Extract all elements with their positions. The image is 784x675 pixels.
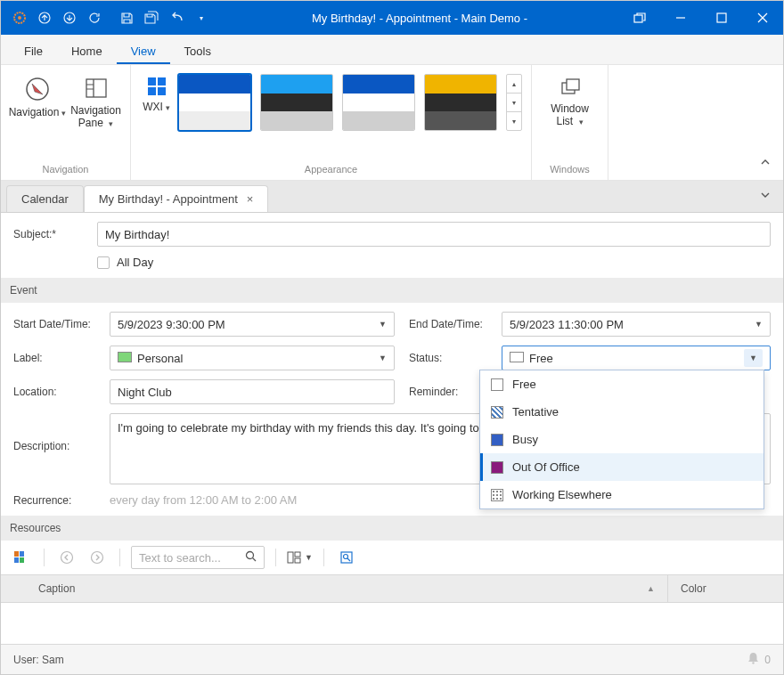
label-input[interactable]: Personal▼ [110, 346, 395, 370]
menu-file[interactable]: File [10, 38, 57, 64]
bell-icon[interactable] [747, 652, 759, 667]
resources-toolbar: Text to search... ▼ [1, 541, 783, 574]
subject-value: My Birthday! [105, 228, 169, 241]
tab-appointment[interactable]: My Birthday! - Appointment × [84, 185, 269, 212]
svg-rect-21 [20, 551, 24, 557]
navigation-pane-button[interactable]: Navigation Pane [70, 70, 121, 130]
svg-rect-17 [158, 87, 166, 95]
maximize-icon[interactable] [701, 1, 742, 35]
status-bar: User: Sam 0 [1, 644, 783, 674]
svg-rect-10 [86, 79, 106, 97]
status-user: User: Sam [13, 654, 64, 666]
status-label: Status: [409, 352, 487, 364]
end-input[interactable]: 5/9/2023 11:30:00 PM▼ [502, 312, 771, 337]
tab-calendar[interactable]: Calendar [6, 185, 84, 212]
main-menu: File Home View Tools [1, 35, 783, 65]
collapse-ribbon-icon[interactable] [756, 153, 774, 171]
status-input[interactable]: Free ▼ [502, 346, 771, 370]
resources-prev-icon[interactable] [55, 546, 78, 569]
svg-rect-20 [14, 551, 19, 557]
svg-rect-29 [295, 552, 300, 557]
theme-swatch-4[interactable] [424, 74, 497, 131]
svg-point-26 [247, 552, 254, 559]
settings-gear-icon[interactable] [12, 10, 28, 26]
document-tabs: Calendar My Birthday! - Appointment × [1, 181, 783, 213]
start-label: Start Date/Time: [13, 318, 95, 330]
tab-close-icon[interactable]: × [247, 192, 254, 206]
resources-search-input[interactable]: Text to search... [131, 546, 265, 569]
wxi-label: WXI [143, 101, 163, 113]
navigation-pane-label: Navigation Pane [70, 104, 121, 129]
qat-dropdown-icon[interactable]: ▾ [193, 10, 209, 26]
status-option-out-of-office[interactable]: Out Of Office [480, 453, 764, 481]
ribbon: Navigation Navigation Pane Navigation WX… [1, 65, 783, 181]
svg-point-34 [753, 662, 755, 663]
save-icon[interactable] [118, 10, 135, 26]
status-option-free[interactable]: Free [480, 370, 764, 398]
recurrence-label: Recurrence: [13, 494, 95, 507]
status-option-busy[interactable]: Busy [480, 426, 764, 453]
allday-checkbox[interactable] [97, 256, 110, 269]
svg-rect-30 [295, 558, 300, 563]
sort-icon: ▲ [647, 584, 655, 593]
svg-line-27 [253, 558, 257, 562]
undo-icon[interactable] [168, 10, 184, 26]
tabs-expand-icon[interactable] [760, 190, 771, 203]
svg-rect-19 [567, 79, 579, 90]
grid-col-caption[interactable]: Caption▲ [26, 575, 667, 602]
search-icon [245, 550, 257, 565]
navigation-label: Navigation [9, 106, 60, 118]
svg-point-24 [61, 552, 73, 564]
location-label: Location: [13, 386, 95, 398]
theme-swatch-2[interactable] [260, 74, 333, 131]
event-section-header: Event [1, 278, 783, 303]
resources-grid-body[interactable] [1, 603, 783, 644]
resources-section-header: Resources [1, 516, 783, 541]
window-list-button[interactable]: Window List [543, 70, 598, 128]
resources-next-icon[interactable] [86, 546, 109, 569]
status-option-working-elsewhere[interactable]: Working Elsewhere [480, 481, 764, 508]
down-icon[interactable] [61, 10, 78, 26]
svg-point-32 [343, 555, 347, 559]
tab-calendar-label: Calendar [21, 192, 69, 206]
restore-mdi-icon[interactable] [619, 1, 660, 35]
resources-preview-icon[interactable] [335, 546, 358, 569]
status-option-tentative[interactable]: Tentative [480, 398, 764, 426]
theme-swatch-3[interactable] [342, 74, 415, 131]
location-input[interactable]: Night Club [110, 379, 395, 404]
description-label: Description: [13, 413, 95, 452]
subject-label: Subject:* [13, 228, 83, 240]
menu-view[interactable]: View [117, 38, 170, 64]
resources-palette-icon[interactable] [10, 546, 33, 569]
gallery-spinner[interactable]: ▴▾▾ [506, 74, 522, 131]
search-placeholder: Text to search... [139, 551, 221, 565]
group-appearance-label: Appearance [140, 160, 522, 178]
save-all-icon[interactable] [143, 10, 159, 26]
up-icon[interactable] [37, 10, 53, 26]
wxi-button[interactable]: WXI [140, 70, 173, 114]
refresh-icon[interactable] [86, 10, 102, 26]
end-label: End Date/Time: [409, 318, 487, 330]
menu-tools[interactable]: Tools [170, 38, 225, 64]
group-windows-label: Windows [541, 160, 599, 178]
navigation-button[interactable]: Navigation [10, 70, 65, 119]
svg-rect-23 [20, 557, 24, 563]
svg-rect-22 [14, 557, 19, 563]
minimize-icon[interactable] [660, 1, 701, 35]
start-input[interactable]: 5/9/2023 9:30:00 PM▼ [110, 312, 395, 337]
svg-rect-31 [341, 552, 352, 563]
close-icon[interactable] [742, 1, 783, 35]
theme-swatch-1[interactable] [178, 74, 251, 131]
reminder-label: Reminder: [409, 386, 487, 398]
svg-rect-14 [148, 77, 156, 85]
group-navigation-label: Navigation [10, 160, 121, 178]
resources-layout-icon[interactable]: ▼ [287, 546, 313, 569]
svg-rect-15 [158, 77, 166, 85]
resources-grid-header: Caption▲ Color [1, 574, 783, 603]
subject-input[interactable]: My Birthday! [97, 222, 771, 247]
menu-home[interactable]: Home [57, 38, 117, 64]
grid-col-color[interactable]: Color [667, 575, 783, 602]
svg-rect-4 [634, 15, 642, 22]
label-label: Label: [13, 352, 95, 364]
theme-gallery: ▴▾▾ [178, 70, 522, 131]
